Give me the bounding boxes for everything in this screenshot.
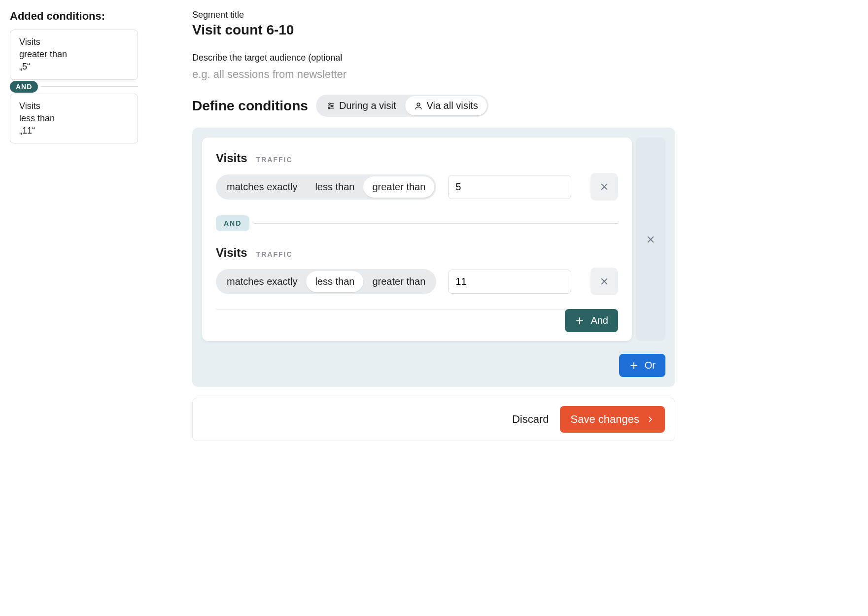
scope-via-all-visits[interactable]: Via all visits (405, 96, 487, 115)
remove-condition-button[interactable] (590, 173, 618, 201)
operator-greater-than[interactable]: greater than (363, 271, 434, 292)
separator-line (41, 86, 138, 87)
sidebar-title: Added conditions: (10, 10, 138, 23)
plus-icon (629, 361, 639, 371)
added-conditions-sidebar: Added conditions: Visits greater than „5… (10, 10, 138, 441)
scope-during-visit[interactable]: During a visit (317, 96, 405, 115)
separator-line (254, 223, 618, 224)
save-changes-button[interactable]: Save changes (560, 406, 665, 433)
conditions-panel: Visits TRAFFIC matches exactly less than… (192, 128, 675, 387)
define-conditions-heading: Define conditions (192, 98, 308, 114)
remove-group-button[interactable] (636, 137, 665, 341)
svg-point-5 (328, 107, 330, 109)
close-icon (599, 182, 609, 192)
operator-less-than[interactable]: less than (306, 271, 363, 292)
condition-value: „5“ (19, 61, 129, 73)
condition-value-input[interactable] (448, 270, 571, 294)
condition-summary-card[interactable]: Visits greater than „5“ (10, 30, 138, 80)
condition-group: Visits TRAFFIC matches exactly less than… (202, 137, 632, 341)
and-pill: AND (216, 215, 249, 231)
condition-value-input[interactable] (448, 175, 571, 199)
button-label: Save changes (571, 413, 639, 426)
operator-matches-exactly[interactable]: matches exactly (218, 271, 306, 292)
segment-title-label: Segment title (192, 10, 675, 20)
button-label: Or (645, 360, 656, 371)
close-icon (646, 235, 656, 244)
condition-category: TRAFFIC (256, 156, 293, 164)
condition-summary-card[interactable]: Visits less than „11“ (10, 94, 138, 144)
and-separator: AND (216, 215, 618, 231)
operator-matches-exactly[interactable]: matches exactly (218, 176, 306, 198)
close-icon (599, 276, 609, 286)
user-icon (414, 102, 423, 110)
svg-point-3 (331, 105, 333, 106)
and-pill: AND (10, 81, 38, 93)
remove-condition-button[interactable] (590, 268, 618, 295)
and-separator: AND (10, 81, 138, 93)
footer-actions: Discard Save changes (192, 398, 675, 441)
condition-operator: less than (19, 112, 129, 125)
condition-value: „11“ (19, 125, 129, 137)
button-label: And (590, 315, 608, 326)
svg-point-1 (329, 103, 330, 104)
operator-less-than[interactable]: less than (306, 176, 363, 198)
condition-metric: Visits (216, 246, 247, 260)
condition-metric: Visits (19, 100, 129, 112)
plus-icon (575, 316, 585, 326)
condition-category: TRAFFIC (256, 250, 293, 258)
scope-toggle-group: During a visit Via all visits (316, 95, 488, 117)
description-input[interactable] (192, 68, 675, 81)
condition-metric: Visits (216, 151, 247, 165)
add-or-group-button[interactable]: Or (619, 354, 665, 377)
operator-toggle-group: matches exactly less than greater than (216, 269, 436, 294)
discard-button[interactable]: Discard (512, 413, 549, 426)
condition-operator: greater than (19, 48, 129, 61)
scope-label: During a visit (339, 100, 396, 111)
segment-title[interactable]: Visit count 6-10 (192, 22, 675, 38)
operator-toggle-group: matches exactly less than greater than (216, 174, 436, 200)
operator-greater-than[interactable]: greater than (363, 176, 434, 198)
description-label: Describe the target audience (optional (192, 53, 675, 63)
scope-label: Via all visits (427, 100, 478, 111)
condition-metric: Visits (19, 36, 129, 48)
main-panel: Segment title Visit count 6-10 Describe … (192, 10, 675, 441)
svg-point-6 (417, 103, 420, 106)
chevron-right-icon (646, 415, 654, 423)
add-and-condition-button[interactable]: And (565, 309, 618, 332)
sliders-icon (326, 102, 335, 110)
